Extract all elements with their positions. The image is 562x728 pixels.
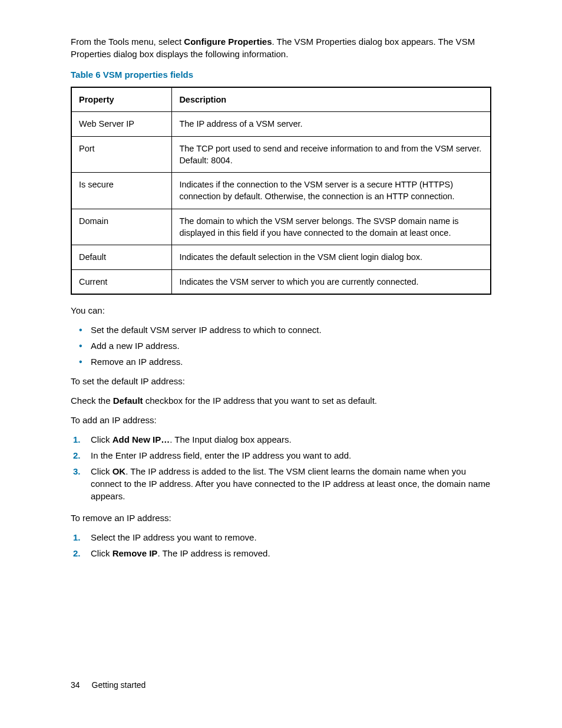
list-item: Add a new IP address. (87, 340, 491, 352)
table-row: Is secure Indicates if the connection to… (71, 173, 491, 209)
step-post: . The IP address is added to the list. T… (91, 466, 490, 501)
table-row: Port The TCP port used to send and recei… (71, 136, 491, 173)
you-can-text: You can: (71, 304, 491, 317)
table-row: Domain The domain to which the VSM serve… (71, 209, 491, 245)
step-pre: Click (91, 434, 113, 444)
page-number: 34 (71, 680, 80, 691)
list-item: Select the IP address you want to remove… (71, 531, 491, 543)
cell-property: Web Server IP (71, 112, 172, 136)
table-row: Default Indicates the default selection … (71, 245, 491, 269)
set-default-post: checkbox for the IP address that you wan… (143, 396, 377, 406)
cell-description: Indicates the default selection in the V… (172, 245, 491, 269)
step-pre: Select the IP address you want to remove… (91, 532, 257, 542)
cell-description: The IP address of a VSM server. (172, 112, 491, 136)
table-header-row: Property Description (71, 87, 491, 112)
step-pre: Click (91, 548, 113, 558)
step-pre: Click (91, 466, 113, 476)
step-post: . The IP address is removed. (157, 548, 270, 558)
cell-description: The domain to which the VSM server belon… (172, 209, 491, 245)
footer-section: Getting started (92, 680, 146, 691)
cell-property: Is secure (71, 173, 172, 209)
properties-table: Property Description Web Server IP The I… (71, 87, 491, 295)
cell-description: Indicates if the connection to the VSM s… (172, 173, 491, 209)
step-bold: OK (113, 466, 126, 476)
page-footer: 34 Getting started (71, 680, 146, 691)
cell-property: Current (71, 269, 172, 294)
bullet-list: Set the default VSM server IP address to… (71, 324, 491, 368)
intro-pre: From the Tools menu, select (71, 37, 184, 47)
list-item: In the Enter IP address field, enter the… (71, 449, 491, 462)
set-default-heading: To set the default IP address: (71, 375, 491, 387)
set-default-bold: Default (113, 396, 143, 406)
intro-paragraph: From the Tools menu, select Configure Pr… (71, 35, 491, 60)
intro-bold: Configure Properties (184, 37, 272, 47)
header-property: Property (71, 87, 172, 112)
step-pre: In the Enter IP address field, enter the… (91, 450, 351, 460)
list-item: Click Add New IP…. The Input dialog box … (71, 433, 491, 446)
cell-description: The TCP port used to send and receive in… (172, 136, 491, 173)
list-item: Set the default VSM server IP address to… (87, 324, 491, 336)
cell-property: Default (71, 245, 172, 269)
step-post: . The Input dialog box appears. (170, 434, 292, 444)
cell-description: Indicates the VSM server to which you ar… (172, 269, 491, 294)
cell-property: Domain (71, 209, 172, 245)
step-bold: Remove IP (113, 548, 158, 558)
add-ip-steps: Click Add New IP…. The Input dialog box … (71, 433, 491, 502)
remove-ip-steps: Select the IP address you want to remove… (71, 531, 491, 559)
list-item: Click Remove IP. The IP address is remov… (71, 547, 491, 559)
list-item: Remove an IP address. (87, 355, 491, 368)
remove-ip-heading: To remove an IP address: (71, 512, 491, 524)
add-ip-heading: To add an IP address: (71, 414, 491, 426)
list-item: Click OK. The IP address is added to the… (71, 465, 491, 502)
set-default-pre: Check the (71, 396, 113, 406)
cell-property: Port (71, 136, 172, 173)
table-caption: Table 6 VSM properties fields (71, 68, 491, 81)
table-row: Web Server IP The IP address of a VSM se… (71, 112, 491, 136)
step-bold: Add New IP… (113, 434, 170, 444)
set-default-text: Check the Default checkbox for the IP ad… (71, 394, 491, 407)
header-description: Description (172, 87, 491, 112)
table-row: Current Indicates the VSM server to whic… (71, 269, 491, 294)
